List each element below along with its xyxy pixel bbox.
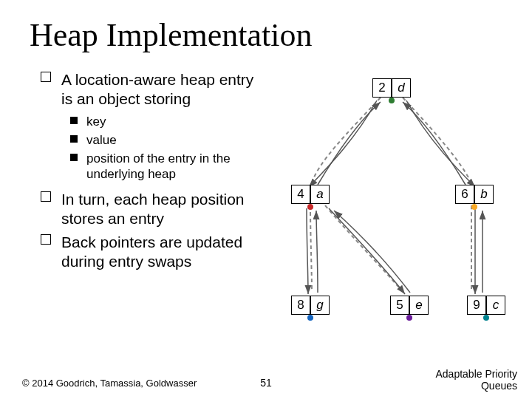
node-b: 6 b [455, 185, 494, 204]
node-b-value: b [474, 185, 494, 204]
page-number: 51 [260, 377, 272, 389]
node-d-value: d [392, 78, 411, 98]
node-g-key: 8 [291, 296, 310, 315]
bullet-1c: position of the entry in the underlying … [41, 151, 262, 183]
node-a-key: 4 [291, 185, 310, 204]
node-e-value: e [409, 296, 429, 315]
body-text: A location-aware heap entry is an object… [41, 70, 262, 276]
copyright-text: © 2014 Goodrich, Tamassia, Goldwasser [22, 378, 197, 389]
bullet-2-text: In turn, each heap position stores an en… [61, 191, 245, 227]
node-e: 5 e [390, 296, 429, 315]
hollow-square-icon [41, 72, 51, 82]
node-c: 9 c [467, 296, 505, 315]
heap-diagram: 2 d 4 a 6 b 8 g 5 e 9 c [266, 66, 517, 362]
footer-text-value: Adaptable PriorityQueues [435, 368, 517, 392]
node-e-key: 5 [390, 296, 409, 315]
dot-icon [406, 315, 412, 321]
slide: Heap Implementation A location-aware hea… [0, 0, 532, 399]
dot-icon [483, 315, 489, 321]
dot-icon [471, 204, 477, 210]
bullet-1c-text: position of the entry in the underlying … [86, 151, 231, 181]
bullet-1b-text: value [86, 133, 117, 147]
page-title: Heap Implementation [30, 16, 312, 54]
filled-square-icon [70, 135, 78, 143]
node-d-key: 2 [372, 78, 392, 98]
node-c-key: 9 [467, 296, 486, 315]
bullet-1: A location-aware heap entry is an object… [41, 70, 262, 109]
bullet-1a-text: key [86, 115, 106, 129]
bullet-3: Back pointers are updated during entry s… [41, 233, 262, 272]
footer-text: Adaptable PriorityQueues [435, 368, 517, 392]
dot-icon [307, 315, 313, 321]
dot-icon [307, 204, 313, 210]
hollow-square-icon [41, 191, 51, 202]
dot-icon [389, 98, 395, 103]
bullet-1-text: A location-aware heap entry is an object… [61, 71, 253, 107]
node-a: 4 a [291, 185, 330, 204]
diagram-edges [266, 66, 517, 362]
node-b-key: 6 [455, 185, 474, 204]
bullet-1b: value [41, 132, 262, 148]
filled-square-icon [70, 117, 78, 124]
node-d: 2 d [372, 78, 411, 98]
node-a-value: a [310, 185, 330, 204]
node-g: 8 g [291, 296, 330, 315]
node-g-value: g [310, 296, 330, 315]
filled-square-icon [70, 154, 78, 161]
bullet-2: In turn, each heap position stores an en… [41, 190, 262, 229]
bullet-3-text: Back pointers are updated during entry s… [61, 233, 242, 270]
hollow-square-icon [41, 234, 51, 245]
bullet-1a: key [41, 114, 262, 129]
node-c-value: c [486, 296, 505, 315]
